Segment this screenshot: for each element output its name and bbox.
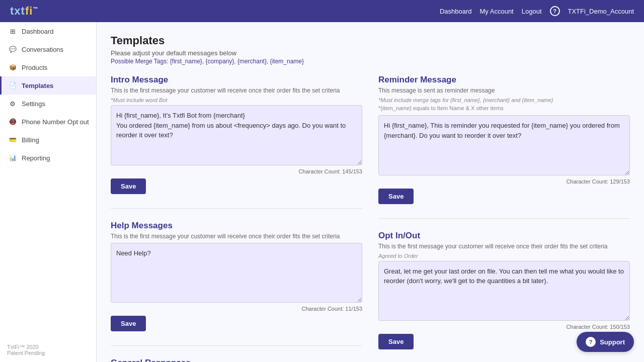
support-icon: ? (586, 337, 596, 347)
conversations-icon (9, 45, 17, 53)
phone-icon (9, 118, 17, 126)
sidebar-label-phone-number-opt-out: Phone Number Opt out (22, 118, 89, 126)
top-navigation: txtfi™ Dashboard My Account Logout ? TXT… (0, 0, 644, 22)
general-responses-section: General Responses These messages are sen… (111, 358, 362, 362)
opt-in-out-desc: This is the first message your customer … (378, 243, 630, 250)
intro-message-textarea[interactable]: Hi {first_name}, It's Txtfi Bot from {me… (111, 105, 362, 165)
help-messages-desc: This is the first message your customer … (111, 233, 362, 240)
main-content: Templates Please adjust your default mes… (97, 22, 644, 362)
dashboard-icon (9, 27, 17, 35)
left-column: Intro Message This is the first message … (111, 75, 362, 362)
intro-message-section: Intro Message This is the first message … (111, 75, 362, 194)
intro-message-desc: This is the first message your customer … (111, 87, 362, 94)
logout-link[interactable]: Logout (522, 8, 542, 15)
intro-message-char-count: Character Count: 145/153 (111, 168, 362, 174)
reminder-message-textarea[interactable]: Hi {first_name}, This is reminder you re… (378, 115, 630, 175)
help-messages-section: Help Messages This is the first message … (111, 221, 362, 332)
merge-tags-info: Possible Merge Tags: {first_name}, {comp… (111, 58, 630, 65)
sidebar-label-templates: Templates (22, 82, 53, 89)
sidebar: Dashboard Conversations Products Templat… (0, 22, 97, 362)
billing-icon (9, 136, 17, 144)
sidebar-item-templates[interactable]: Templates (0, 76, 96, 95)
footer-line2: Patent Pending (7, 350, 89, 356)
general-responses-title: General Responses (111, 358, 362, 362)
footer-line1: TxtFi™ 2020 (7, 344, 89, 350)
account-name: TXTFi_Demo_Account (568, 8, 634, 15)
agreed-to-order-label: Agreed to Order (378, 253, 630, 259)
help-messages-char-count: Character Count: 11/153 (111, 306, 362, 312)
help-messages-title: Help Messages (111, 221, 362, 231)
sidebar-item-dashboard[interactable]: Dashboard (0, 22, 96, 40)
reminder-message-save-button[interactable]: Save (378, 189, 414, 204)
right-column: Reminder Message This message is sent as… (378, 75, 630, 362)
templates-icon (9, 81, 17, 89)
sidebar-label-reporting: Reporting (22, 154, 50, 162)
sidebar-item-reporting[interactable]: Reporting (0, 149, 96, 167)
reminder-message-note2: *{item_name} equals to Item Name & X oth… (378, 105, 630, 111)
sidebar-item-conversations[interactable]: Conversations (0, 40, 96, 58)
help-messages-save-button[interactable]: Save (111, 316, 146, 331)
logo: txtfi™ (10, 5, 38, 18)
opt-in-out-textarea[interactable]: Great, let me get your last order on fil… (378, 261, 630, 321)
sidebar-label-settings: Settings (22, 100, 45, 108)
sidebar-label-conversations: Conversations (22, 46, 63, 53)
sidebar-item-billing[interactable]: Billing (0, 131, 96, 149)
reminder-message-section: Reminder Message This message is sent as… (378, 75, 630, 204)
reminder-message-title: Reminder Message (378, 75, 630, 85)
sidebar-item-phone-number-opt-out[interactable]: Phone Number Opt out (0, 113, 96, 131)
sidebar-footer: TxtFi™ 2020 Patent Pending (0, 338, 96, 362)
help-messages-textarea[interactable]: Need Help? (111, 243, 362, 303)
intro-message-title: Intro Message (111, 75, 362, 85)
sidebar-label-billing: Billing (22, 136, 39, 144)
support-button[interactable]: ? Support (577, 332, 634, 352)
nav-links: Dashboard My Account Logout ? TXTFi_Demo… (440, 6, 634, 16)
dashboard-link[interactable]: Dashboard (440, 8, 472, 15)
templates-grid: Intro Message This is the first message … (111, 75, 630, 362)
reminder-message-note: *Must include merge tags for {first_name… (378, 97, 630, 103)
settings-icon (9, 100, 17, 108)
my-account-link[interactable]: My Account (480, 8, 514, 15)
products-icon (9, 63, 17, 71)
page-subtitle: Please adjust your default messages belo… (111, 49, 630, 57)
sidebar-item-products[interactable]: Products (0, 58, 96, 76)
support-label: Support (600, 338, 625, 346)
page-title: Templates (111, 34, 630, 47)
reminder-message-char-count: Character Count: 129/153 (378, 178, 630, 185)
sidebar-label-products: Products (22, 64, 47, 71)
sidebar-label-dashboard: Dashboard (22, 28, 54, 35)
intro-message-note: *Must include word Bot (111, 97, 362, 103)
opt-in-out-title: Opt In/Out (378, 231, 630, 241)
help-icon[interactable]: ? (550, 6, 560, 16)
sidebar-item-settings[interactable]: Settings (0, 95, 96, 113)
opt-in-out-char-count: Character Count: 150/153 (378, 324, 630, 330)
intro-message-save-button[interactable]: Save (111, 178, 146, 194)
reminder-message-desc: This message is sent as reminder message (378, 87, 630, 94)
opt-in-out-save-button[interactable]: Save (378, 334, 414, 349)
reporting-icon (9, 154, 17, 162)
